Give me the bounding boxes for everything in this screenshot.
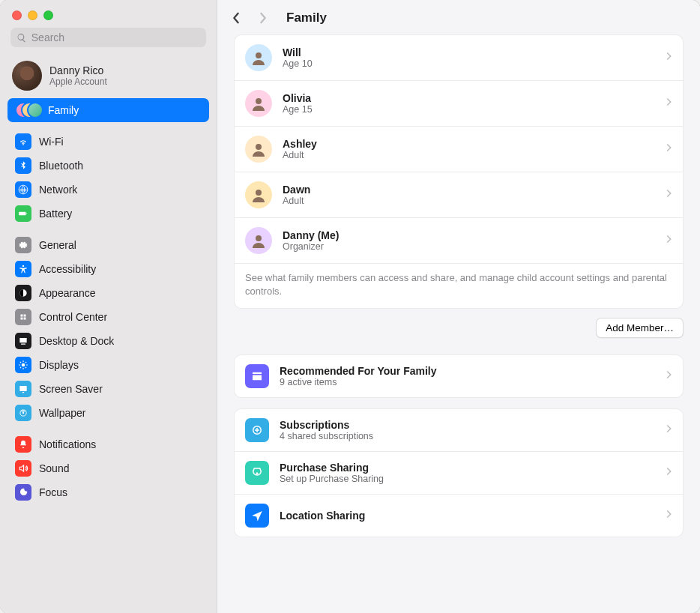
page-title: Family — [286, 10, 327, 25]
member-name: Olivia — [283, 92, 313, 104]
bluetooth-icon — [15, 157, 31, 174]
sidebar-list: Family Wi-FiBluetoothNetworkBattery Gene… — [0, 98, 217, 512]
search-input[interactable] — [31, 31, 200, 43]
account-subtitle: Apple Account — [49, 76, 107, 87]
close-window-button[interactable] — [12, 10, 22, 20]
members-footnote: See what family members can access and s… — [235, 263, 683, 308]
nav-forward-button[interactable] — [258, 12, 268, 24]
family-member-row[interactable]: WillAge 10 — [235, 35, 683, 80]
feature-sub: Set up Purchase Sharing — [280, 474, 384, 484]
family-member-row[interactable]: AshleyAdult — [235, 126, 683, 172]
sidebar-item-wallpaper[interactable]: Wallpaper — [7, 401, 209, 425]
svg-point-8 — [256, 144, 262, 150]
nav-back-button[interactable] — [231, 12, 241, 24]
member-sub: Organizer — [283, 241, 339, 252]
feature-title: Location Sharing — [280, 510, 365, 522]
search-field[interactable] — [10, 28, 206, 47]
sidebar-item-label: Family — [48, 104, 79, 116]
fullscreen-window-button[interactable] — [43, 10, 53, 20]
sidebar-item-displays[interactable]: Displays — [7, 353, 209, 377]
sidebar-item-focus[interactable]: Focus — [7, 480, 209, 504]
sidebar-item-network[interactable]: Network — [7, 178, 209, 202]
sidebar-item-family[interactable]: Family — [7, 98, 209, 122]
displays-icon — [15, 357, 31, 373]
sidebar-item-notifications[interactable]: Notifications — [7, 432, 209, 456]
sidebar-item-sound[interactable]: Sound — [7, 456, 209, 480]
sidebar-item-label: Desktop & Dock — [39, 335, 114, 347]
svg-point-6 — [256, 52, 262, 58]
svg-point-9 — [256, 190, 262, 196]
chevron-right-icon — [666, 509, 672, 522]
minimize-window-button[interactable] — [28, 10, 37, 20]
wifi-icon — [15, 133, 31, 150]
sidebar-item-general[interactable]: General — [7, 233, 209, 257]
sidebar-item-label: Displays — [39, 359, 79, 371]
sidebar-item-label: Battery — [39, 208, 72, 220]
sidebar-item-label: Bluetooth — [39, 160, 83, 172]
chevron-right-icon — [666, 234, 672, 247]
member-sub: Age 15 — [283, 104, 313, 115]
family-member-row[interactable]: DawnAdult — [235, 172, 683, 217]
family-members-card: WillAge 10 OliviaAge 15 AshleyAdult Dawn… — [234, 34, 684, 309]
svg-point-7 — [256, 98, 262, 104]
chevron-right-icon — [666, 188, 672, 202]
window-controls — [0, 0, 217, 28]
sidebar-item-desktopdock[interactable]: Desktop & Dock — [7, 329, 209, 353]
purchase-icon — [245, 461, 269, 485]
feature-row-subscriptions[interactable]: Subscriptions4 shared subscriptions — [235, 409, 683, 451]
location-icon — [245, 504, 269, 528]
sidebar-item-appearance[interactable]: Appearance — [7, 281, 209, 305]
sidebar-item-wifi[interactable]: Wi-Fi — [7, 130, 209, 154]
sidebar-item-label: Wallpaper — [39, 407, 86, 419]
feature-sub: 4 shared subscriptions — [280, 431, 373, 441]
sound-icon — [15, 460, 31, 477]
chevron-right-icon — [666, 466, 672, 480]
sidebar-item-label: Network — [39, 184, 77, 196]
network-icon — [15, 181, 31, 198]
member-name: Danny (Me) — [283, 229, 339, 241]
account-avatar — [12, 61, 42, 91]
family-avatars-icon — [15, 102, 40, 118]
content-header: Family — [217, 0, 700, 34]
wallpaper-icon — [15, 405, 31, 421]
feature-row-location[interactable]: Location Sharing — [235, 494, 683, 537]
family-member-row[interactable]: OliviaAge 15 — [235, 80, 683, 126]
chevron-right-icon — [666, 423, 672, 437]
sidebar-item-battery[interactable]: Battery — [7, 202, 209, 226]
notifications-icon — [15, 436, 31, 453]
recommended-sub: 9 active items — [280, 377, 437, 387]
add-member-button[interactable]: Add Member… — [596, 318, 684, 338]
member-name: Will — [283, 46, 313, 58]
svg-point-10 — [256, 235, 262, 241]
member-sub: Age 10 — [283, 58, 313, 69]
sidebar-item-label: Control Center — [39, 311, 107, 323]
sharing-features-card: Subscriptions4 shared subscriptions Purc… — [234, 408, 684, 537]
chevron-right-icon — [666, 51, 672, 64]
member-name: Ashley — [283, 138, 317, 150]
appearance-icon — [15, 285, 31, 301]
sidebar-item-screensaver[interactable]: Screen Saver — [7, 377, 209, 401]
sidebar-item-bluetooth[interactable]: Bluetooth — [7, 154, 209, 178]
sidebar-item-label: Appearance — [39, 287, 96, 299]
settings-window: Danny Rico Apple Account Family Wi-FiBlu… — [0, 0, 700, 613]
member-name: Dawn — [283, 184, 310, 196]
sidebar-item-label: Focus — [39, 486, 67, 498]
family-member-row[interactable]: Danny (Me)Organizer — [235, 217, 683, 263]
sidebar-item-accessibility[interactable]: Accessibility — [7, 257, 209, 281]
svg-rect-3 — [19, 386, 26, 391]
search-icon — [16, 32, 27, 43]
feature-title: Purchase Sharing — [280, 462, 384, 474]
svg-point-2 — [22, 363, 25, 367]
member-avatar — [245, 181, 272, 208]
sidebar: Danny Rico Apple Account Family Wi-FiBlu… — [0, 0, 217, 613]
sidebar-item-label: Sound — [39, 462, 69, 474]
recommended-row[interactable]: Recommended For Your Family 9 active ite… — [235, 355, 683, 397]
apple-account-row[interactable]: Danny Rico Apple Account — [0, 55, 217, 98]
sidebar-item-controlcenter[interactable]: Control Center — [7, 305, 209, 329]
member-sub: Adult — [283, 150, 317, 160]
recommended-title: Recommended For Your Family — [280, 365, 437, 377]
svg-point-0 — [22, 265, 24, 267]
feature-row-purchase[interactable]: Purchase SharingSet up Purchase Sharing — [235, 451, 683, 494]
general-icon — [15, 237, 31, 253]
chevron-right-icon — [666, 369, 672, 383]
